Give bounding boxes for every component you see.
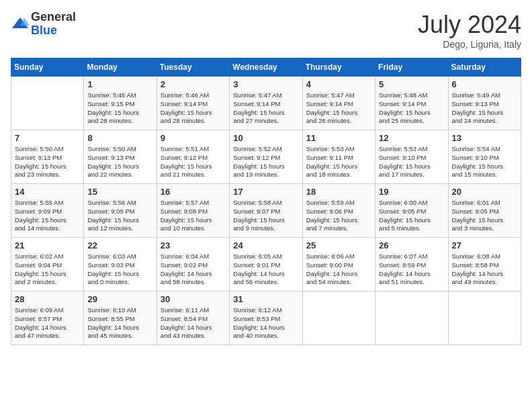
day-info: Sunrise: 6:08 AM Sunset: 8:58 PM Dayligh… bbox=[452, 253, 517, 287]
day-number: 6 bbox=[452, 79, 517, 89]
day-number: 22 bbox=[87, 240, 152, 250]
day-info: Sunrise: 5:59 AM Sunset: 9:06 PM Dayligh… bbox=[306, 199, 371, 233]
calendar-day-cell: 22Sunrise: 6:03 AM Sunset: 9:03 PM Dayli… bbox=[84, 238, 157, 291]
day-number: 24 bbox=[233, 240, 298, 250]
day-number: 11 bbox=[306, 133, 371, 143]
day-number: 10 bbox=[233, 133, 298, 143]
day-number: 17 bbox=[233, 187, 298, 197]
calendar-day-cell: 6Sunrise: 5:49 AM Sunset: 9:13 PM Daylig… bbox=[448, 77, 521, 130]
day-number: 1 bbox=[87, 79, 152, 89]
day-info: Sunrise: 5:52 AM Sunset: 9:12 PM Dayligh… bbox=[233, 145, 298, 179]
day-info: Sunrise: 5:47 AM Sunset: 9:14 PM Dayligh… bbox=[233, 91, 298, 126]
calendar-week-row: 21Sunrise: 6:02 AM Sunset: 9:04 PM Dayli… bbox=[11, 238, 521, 291]
calendar-day-cell: 20Sunrise: 6:01 AM Sunset: 9:05 PM Dayli… bbox=[448, 184, 521, 238]
day-info: Sunrise: 6:04 AM Sunset: 9:02 PM Dayligh… bbox=[161, 253, 226, 287]
day-number: 31 bbox=[233, 294, 298, 304]
location: Dego, Liguria, Italy bbox=[418, 39, 521, 50]
calendar-day-cell bbox=[302, 291, 375, 345]
calendar-day-cell: 18Sunrise: 5:59 AM Sunset: 9:06 PM Dayli… bbox=[302, 184, 375, 238]
calendar-day-cell: 1Sunrise: 5:46 AM Sunset: 9:15 PM Daylig… bbox=[84, 77, 157, 130]
day-number: 8 bbox=[87, 133, 152, 143]
calendar-day-cell: 14Sunrise: 5:55 AM Sunset: 9:09 PM Dayli… bbox=[11, 184, 84, 238]
calendar-day-cell bbox=[11, 77, 84, 130]
calendar-day-cell: 7Sunrise: 5:50 AM Sunset: 9:13 PM Daylig… bbox=[11, 130, 84, 184]
day-info: Sunrise: 6:10 AM Sunset: 8:55 PM Dayligh… bbox=[87, 306, 152, 340]
calendar-day-cell: 2Sunrise: 5:46 AM Sunset: 9:14 PM Daylig… bbox=[157, 77, 229, 130]
day-number: 16 bbox=[161, 187, 226, 197]
calendar-day-cell: 16Sunrise: 5:57 AM Sunset: 9:08 PM Dayli… bbox=[157, 184, 229, 238]
day-info: Sunrise: 5:50 AM Sunset: 9:13 PM Dayligh… bbox=[15, 145, 80, 179]
day-info: Sunrise: 5:49 AM Sunset: 9:13 PM Dayligh… bbox=[452, 91, 517, 126]
day-info: Sunrise: 5:48 AM Sunset: 9:14 PM Dayligh… bbox=[379, 91, 444, 126]
day-number: 18 bbox=[306, 187, 371, 197]
calendar-week-row: 7Sunrise: 5:50 AM Sunset: 9:13 PM Daylig… bbox=[11, 130, 521, 184]
day-number: 3 bbox=[233, 79, 298, 89]
day-info: Sunrise: 6:12 AM Sunset: 8:53 PM Dayligh… bbox=[233, 306, 298, 340]
day-info: Sunrise: 6:07 AM Sunset: 8:59 PM Dayligh… bbox=[379, 253, 444, 287]
calendar-day-cell: 4Sunrise: 5:47 AM Sunset: 9:14 PM Daylig… bbox=[302, 77, 375, 130]
calendar-day-cell: 11Sunrise: 5:53 AM Sunset: 9:11 PM Dayli… bbox=[302, 130, 375, 184]
calendar-day-cell: 30Sunrise: 6:11 AM Sunset: 8:54 PM Dayli… bbox=[157, 291, 229, 345]
calendar-day-header: Sunday bbox=[11, 58, 84, 77]
day-info: Sunrise: 6:06 AM Sunset: 9:00 PM Dayligh… bbox=[306, 253, 371, 287]
day-number: 25 bbox=[306, 240, 371, 250]
day-info: Sunrise: 6:09 AM Sunset: 8:57 PM Dayligh… bbox=[15, 306, 80, 340]
calendar-day-cell: 31Sunrise: 6:12 AM Sunset: 8:53 PM Dayli… bbox=[230, 291, 302, 345]
calendar-day-cell: 21Sunrise: 6:02 AM Sunset: 9:04 PM Dayli… bbox=[11, 238, 84, 291]
calendar-day-cell bbox=[448, 291, 521, 345]
logo-blue: Blue bbox=[31, 24, 76, 38]
day-number: 19 bbox=[379, 187, 444, 197]
day-number: 12 bbox=[379, 133, 444, 143]
calendar-day-header: Tuesday bbox=[157, 58, 229, 77]
day-info: Sunrise: 5:55 AM Sunset: 9:09 PM Dayligh… bbox=[15, 199, 80, 233]
day-number: 5 bbox=[379, 79, 444, 89]
calendar-day-cell: 13Sunrise: 5:54 AM Sunset: 9:10 PM Dayli… bbox=[448, 130, 521, 184]
day-info: Sunrise: 6:00 AM Sunset: 9:05 PM Dayligh… bbox=[379, 199, 444, 233]
day-number: 30 bbox=[161, 294, 226, 304]
day-number: 13 bbox=[452, 133, 517, 143]
calendar-day-cell: 26Sunrise: 6:07 AM Sunset: 8:59 PM Dayli… bbox=[375, 238, 448, 291]
title-area: July 2024 Dego, Liguria, Italy bbox=[418, 11, 521, 50]
calendar-day-cell: 29Sunrise: 6:10 AM Sunset: 8:55 PM Dayli… bbox=[84, 291, 157, 345]
calendar-day-cell: 9Sunrise: 5:51 AM Sunset: 9:12 PM Daylig… bbox=[157, 130, 229, 184]
day-number: 27 bbox=[452, 240, 517, 250]
day-number: 2 bbox=[161, 79, 226, 89]
day-number: 20 bbox=[452, 187, 517, 197]
day-info: Sunrise: 5:56 AM Sunset: 9:09 PM Dayligh… bbox=[87, 199, 152, 233]
calendar-day-cell: 25Sunrise: 6:06 AM Sunset: 9:00 PM Dayli… bbox=[302, 238, 375, 291]
calendar-day-cell: 8Sunrise: 5:50 AM Sunset: 9:13 PM Daylig… bbox=[84, 130, 157, 184]
calendar-day-cell: 3Sunrise: 5:47 AM Sunset: 9:14 PM Daylig… bbox=[230, 77, 302, 130]
calendar-week-row: 14Sunrise: 5:55 AM Sunset: 9:09 PM Dayli… bbox=[11, 184, 521, 238]
calendar-day-cell: 10Sunrise: 5:52 AM Sunset: 9:12 PM Dayli… bbox=[230, 130, 302, 184]
month-title: July 2024 bbox=[418, 11, 521, 39]
calendar-day-cell: 19Sunrise: 6:00 AM Sunset: 9:05 PM Dayli… bbox=[375, 184, 448, 238]
day-number: 9 bbox=[161, 133, 226, 143]
page-header: General Blue July 2024 Dego, Liguria, It… bbox=[11, 11, 521, 50]
day-info: Sunrise: 5:50 AM Sunset: 9:13 PM Dayligh… bbox=[87, 145, 152, 179]
day-info: Sunrise: 5:46 AM Sunset: 9:14 PM Dayligh… bbox=[161, 91, 226, 126]
day-number: 21 bbox=[15, 240, 80, 250]
calendar-day-header: Thursday bbox=[302, 58, 375, 77]
calendar-day-cell: 24Sunrise: 6:05 AM Sunset: 9:01 PM Dayli… bbox=[230, 238, 302, 291]
logo-text: General Blue bbox=[31, 11, 76, 38]
day-info: Sunrise: 5:53 AM Sunset: 9:11 PM Dayligh… bbox=[306, 145, 371, 179]
day-info: Sunrise: 6:03 AM Sunset: 9:03 PM Dayligh… bbox=[87, 253, 152, 287]
day-number: 29 bbox=[87, 294, 152, 304]
day-info: Sunrise: 5:58 AM Sunset: 9:07 PM Dayligh… bbox=[233, 199, 298, 233]
calendar-week-row: 1Sunrise: 5:46 AM Sunset: 9:15 PM Daylig… bbox=[11, 77, 521, 130]
calendar-day-header: Monday bbox=[84, 58, 157, 77]
day-number: 4 bbox=[306, 79, 371, 89]
day-info: Sunrise: 6:11 AM Sunset: 8:54 PM Dayligh… bbox=[161, 306, 226, 340]
calendar-body: 1Sunrise: 5:46 AM Sunset: 9:15 PM Daylig… bbox=[11, 77, 521, 345]
day-number: 15 bbox=[87, 187, 152, 197]
calendar-day-cell: 12Sunrise: 5:53 AM Sunset: 9:10 PM Dayli… bbox=[375, 130, 448, 184]
calendar-day-cell: 23Sunrise: 6:04 AM Sunset: 9:02 PM Dayli… bbox=[157, 238, 229, 291]
calendar-table: SundayMondayTuesdayWednesdayThursdayFrid… bbox=[11, 58, 521, 345]
day-info: Sunrise: 6:05 AM Sunset: 9:01 PM Dayligh… bbox=[233, 253, 298, 287]
day-number: 7 bbox=[15, 133, 80, 143]
day-info: Sunrise: 5:57 AM Sunset: 9:08 PM Dayligh… bbox=[161, 199, 226, 233]
day-info: Sunrise: 6:01 AM Sunset: 9:05 PM Dayligh… bbox=[452, 199, 517, 233]
day-info: Sunrise: 5:47 AM Sunset: 9:14 PM Dayligh… bbox=[306, 91, 371, 126]
calendar-week-row: 28Sunrise: 6:09 AM Sunset: 8:57 PM Dayli… bbox=[11, 291, 521, 345]
calendar-day-cell: 28Sunrise: 6:09 AM Sunset: 8:57 PM Dayli… bbox=[11, 291, 84, 345]
